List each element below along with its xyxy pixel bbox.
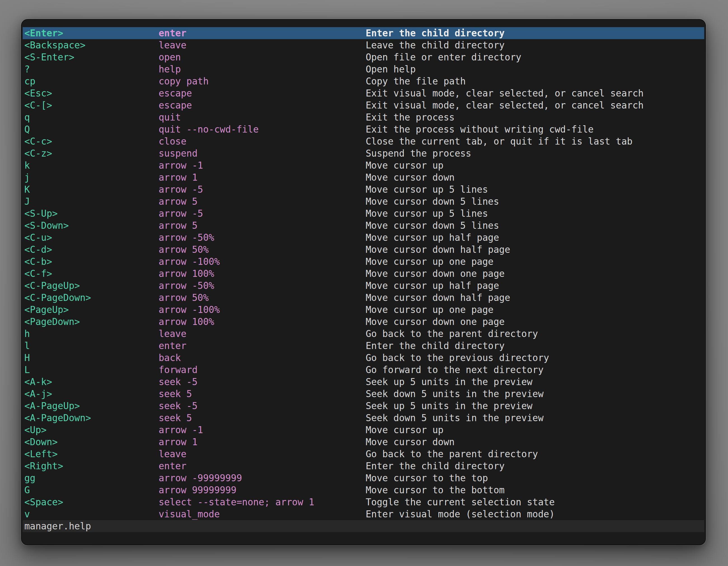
keybind-row[interactable]: J arrow 5 Move cursor down 5 lines: [23, 196, 704, 208]
keybind-row[interactable]: l enter Enter the child directory: [23, 340, 704, 352]
command-cell: arrow -100%: [159, 304, 220, 316]
keybind-row[interactable]: <S-Enter> open Open file or enter direct…: [23, 51, 704, 63]
keybind-row[interactable]: <A-k> seek -5 Seek up 5 units in the pre…: [23, 376, 704, 388]
key-cell: <Space>: [24, 496, 63, 508]
keybind-row[interactable]: <S-Down> arrow 5 Move cursor down 5 line…: [23, 220, 704, 232]
keybind-row[interactable]: <Space> select --state=none; arrow 1 Tog…: [23, 496, 704, 508]
description-cell: Enter the child directory: [366, 460, 505, 472]
keybind-row[interactable]: <S-Up> arrow -5 Move cursor up 5 lines: [23, 208, 704, 220]
keybind-row[interactable]: <C-[> escape Exit visual mode, clear sel…: [23, 99, 704, 111]
keybind-row[interactable]: <C-z> suspend Suspend the process: [23, 147, 704, 159]
key-cell: <Backspace>: [24, 39, 86, 51]
command-cell: leave: [159, 448, 186, 460]
command-cell: arrow -100%: [159, 256, 220, 268]
keybind-row[interactable]: <C-PageDown> arrow 50% Move cursor down …: [23, 292, 704, 304]
key-cell: <S-Down>: [24, 220, 69, 232]
key-cell: <C-u>: [24, 232, 52, 244]
keybind-row[interactable]: gg arrow -99999999 Move cursor to the to…: [23, 472, 704, 484]
command-cell: escape: [159, 87, 192, 99]
keybind-row[interactable]: <Backspace> leave Leave the child direct…: [23, 39, 704, 51]
keybind-row[interactable]: H back Go back to the previous directory: [23, 352, 704, 364]
key-cell: <C-PageDown>: [24, 292, 91, 304]
command-cell: suspend: [159, 147, 198, 159]
keybind-row[interactable]: <C-b> arrow -100% Move cursor up one pag…: [23, 256, 704, 268]
command-cell: select --state=none; arrow 1: [159, 496, 314, 508]
command-cell: arrow 1: [159, 436, 198, 448]
command-cell: arrow -1: [159, 424, 203, 436]
keybind-row[interactable]: ? help Open help: [23, 63, 704, 75]
key-cell: q: [24, 111, 30, 123]
command-cell: arrow 50%: [159, 244, 209, 256]
description-cell: Seek up 5 units in the preview: [366, 376, 532, 388]
key-cell: <A-PageDown>: [24, 412, 91, 424]
keybind-row[interactable]: <A-PageUp> seek -5 Seek up 5 units in th…: [23, 400, 704, 412]
description-cell: Move cursor down: [366, 436, 455, 448]
key-cell: K: [24, 184, 30, 196]
description-cell: Seek down 5 units in the preview: [366, 388, 544, 400]
terminal-window[interactable]: <Enter> enter Enter the child directory …: [22, 20, 705, 545]
command-cell: seek -5: [159, 376, 198, 388]
keybind-row[interactable]: <C-f> arrow 100% Move cursor down one pa…: [23, 268, 704, 280]
command-cell: leave: [159, 328, 186, 340]
keybind-row[interactable]: <PageUp> arrow -100% Move cursor up one …: [23, 304, 704, 316]
status-mode-label: manager.help: [24, 520, 91, 532]
description-cell: Suspend the process: [366, 147, 471, 159]
keybind-row[interactable]: <Down> arrow 1 Move cursor down: [23, 436, 704, 448]
key-cell: <C-z>: [24, 147, 52, 159]
keybind-row[interactable]: h leave Go back to the parent directory: [23, 328, 704, 340]
keybind-row[interactable]: G arrow 99999999 Move cursor to the bott…: [23, 484, 704, 496]
keybind-row[interactable]: <A-j> seek 5 Seek down 5 units in the pr…: [23, 388, 704, 400]
key-cell: <C-d>: [24, 244, 52, 256]
key-cell: Q: [24, 123, 30, 135]
command-cell: arrow 50%: [159, 292, 209, 304]
keybind-row[interactable]: <C-d> arrow 50% Move cursor down half pa…: [23, 244, 704, 256]
command-cell: seek 5: [159, 412, 192, 424]
key-cell: <C-PageUp>: [24, 280, 80, 292]
keybind-row[interactable]: q quit Exit the process: [23, 111, 704, 123]
keybind-row[interactable]: <C-PageUp> arrow -50% Move cursor up hal…: [23, 280, 704, 292]
command-cell: arrow -5: [159, 208, 203, 220]
keybind-row[interactable]: <C-c> close Close the current tab, or qu…: [23, 135, 704, 147]
description-cell: Move cursor up half page: [366, 280, 499, 292]
command-cell: escape: [159, 99, 192, 111]
keybind-row[interactable]: <Left> leave Go back to the parent direc…: [23, 448, 704, 460]
command-cell: visual_mode: [159, 508, 220, 520]
keybind-row[interactable]: <Esc> escape Exit visual mode, clear sel…: [23, 87, 704, 99]
command-cell: arrow 5: [159, 196, 198, 208]
keybind-row[interactable]: L forward Go forward to the next directo…: [23, 364, 704, 376]
command-cell: arrow -99999999: [159, 472, 242, 484]
description-cell: Seek down 5 units in the preview: [366, 412, 544, 424]
description-cell: Move cursor down half page: [366, 292, 510, 304]
key-cell: <S-Enter>: [24, 51, 74, 63]
description-cell: Move cursor down half page: [366, 244, 510, 256]
keybind-row[interactable]: <A-PageDown> seek 5 Seek down 5 units in…: [23, 412, 704, 424]
key-cell: <A-k>: [24, 376, 52, 388]
keybind-row[interactable]: Q quit --no-cwd-file Exit the process wi…: [23, 123, 704, 135]
key-cell: <Right>: [24, 460, 63, 472]
keybind-row[interactable]: <Enter> enter Enter the child directory: [23, 27, 704, 39]
description-cell: Move cursor to the bottom: [366, 484, 505, 496]
command-cell: open: [159, 51, 181, 63]
description-cell: Exit the process without writing cwd-fil…: [366, 123, 594, 135]
keybind-row[interactable]: <PageDown> arrow 100% Move cursor down o…: [23, 316, 704, 328]
keybind-row[interactable]: cp copy path Copy the file path: [23, 75, 704, 87]
keybind-row[interactable]: j arrow 1 Move cursor down: [23, 172, 704, 184]
keybind-row[interactable]: <C-u> arrow -50% Move cursor up half pag…: [23, 232, 704, 244]
keybind-row[interactable]: v visual_mode Enter visual mode (selecti…: [23, 508, 704, 520]
key-cell: k: [24, 159, 30, 172]
keybind-row[interactable]: <Up> arrow -1 Move cursor up: [23, 424, 704, 436]
keybind-row[interactable]: K arrow -5 Move cursor up 5 lines: [23, 184, 704, 196]
keybind-row[interactable]: <Right> enter Enter the child directory: [23, 460, 704, 472]
description-cell: Move cursor up 5 lines: [366, 184, 488, 196]
command-cell: back: [159, 352, 181, 364]
command-cell: arrow -5: [159, 184, 203, 196]
keybind-row[interactable]: k arrow -1 Move cursor up: [23, 159, 704, 172]
key-cell: cp: [24, 75, 36, 87]
key-cell: G: [24, 484, 30, 496]
description-cell: Move cursor down: [366, 172, 455, 184]
description-cell: Exit visual mode, clear selected, or can…: [366, 87, 644, 99]
key-cell: v: [24, 508, 30, 520]
command-cell: help: [159, 63, 181, 75]
description-cell: Move cursor down one page: [366, 316, 505, 328]
description-cell: Enter the child directory: [366, 27, 505, 39]
